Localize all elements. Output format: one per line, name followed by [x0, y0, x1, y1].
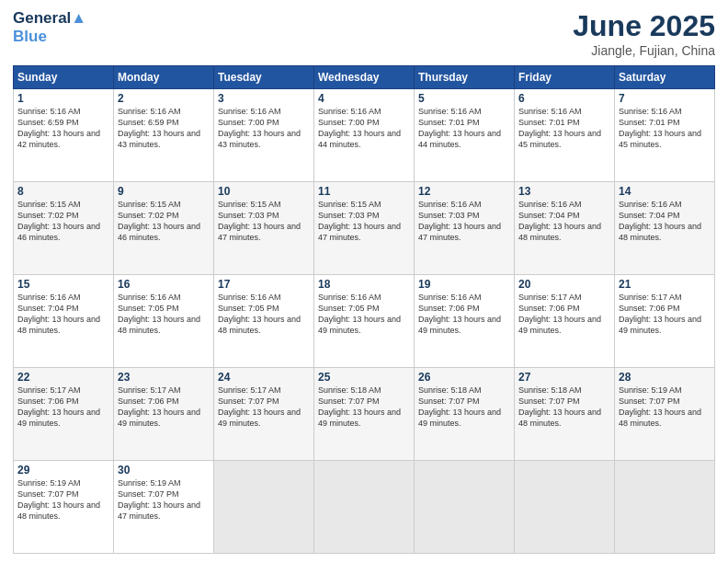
- day-number: 29: [17, 464, 109, 477]
- day-cell-3: 3Sunrise: 5:16 AMSunset: 7:00 PMDaylight…: [214, 89, 314, 182]
- day-info: Sunrise: 5:16 AMSunset: 6:59 PMDaylight:…: [17, 106, 109, 151]
- day-info: Sunrise: 5:17 AMSunset: 7:06 PMDaylight:…: [619, 292, 711, 337]
- day-cell-22: 22Sunrise: 5:17 AMSunset: 7:06 PMDayligh…: [14, 368, 114, 461]
- day-cell-5: 5Sunrise: 5:16 AMSunset: 7:01 PMDaylight…: [415, 89, 515, 182]
- day-cell-29: 29Sunrise: 5:19 AMSunset: 7:07 PMDayligh…: [14, 461, 114, 554]
- col-tuesday: Tuesday: [214, 66, 314, 89]
- empty-cell: [515, 461, 615, 554]
- day-info: Sunrise: 5:15 AMSunset: 7:02 PMDaylight:…: [118, 199, 210, 244]
- day-number: 16: [118, 278, 210, 291]
- day-number: 18: [318, 278, 410, 291]
- day-cell-21: 21Sunrise: 5:17 AMSunset: 7:06 PMDayligh…: [615, 275, 715, 368]
- day-number: 10: [218, 185, 310, 198]
- day-number: 11: [318, 185, 410, 198]
- day-number: 19: [418, 278, 510, 291]
- col-friday: Friday: [515, 66, 615, 89]
- day-info: Sunrise: 5:16 AMSunset: 6:59 PMDaylight:…: [118, 106, 210, 151]
- day-info: Sunrise: 5:17 AMSunset: 7:06 PMDaylight:…: [518, 292, 610, 337]
- day-info: Sunrise: 5:16 AMSunset: 7:04 PMDaylight:…: [518, 199, 610, 244]
- calendar-week-row: 1Sunrise: 5:16 AMSunset: 6:59 PMDaylight…: [14, 89, 715, 182]
- day-number: 2: [118, 92, 210, 105]
- day-cell-18: 18Sunrise: 5:16 AMSunset: 7:05 PMDayligh…: [314, 275, 415, 368]
- day-cell-28: 28Sunrise: 5:19 AMSunset: 7:07 PMDayligh…: [615, 368, 715, 461]
- day-cell-15: 15Sunrise: 5:16 AMSunset: 7:04 PMDayligh…: [14, 275, 114, 368]
- day-cell-6: 6Sunrise: 5:16 AMSunset: 7:01 PMDaylight…: [515, 89, 615, 182]
- day-number: 4: [318, 92, 410, 105]
- day-cell-19: 19Sunrise: 5:16 AMSunset: 7:06 PMDayligh…: [415, 275, 515, 368]
- title-block: June 2025 Jiangle, Fujian, China: [573, 9, 715, 58]
- day-info: Sunrise: 5:17 AMSunset: 7:07 PMDaylight:…: [218, 385, 310, 430]
- day-cell-7: 7Sunrise: 5:16 AMSunset: 7:01 PMDaylight…: [615, 89, 715, 182]
- calendar-week-row: 8Sunrise: 5:15 AMSunset: 7:02 PMDaylight…: [14, 182, 715, 275]
- empty-cell: [415, 461, 515, 554]
- day-number: 21: [619, 278, 711, 291]
- day-info: Sunrise: 5:16 AMSunset: 7:05 PMDaylight:…: [318, 292, 410, 337]
- day-number: 9: [118, 185, 210, 198]
- calendar-week-row: 15Sunrise: 5:16 AMSunset: 7:04 PMDayligh…: [14, 275, 715, 368]
- day-info: Sunrise: 5:18 AMSunset: 7:07 PMDaylight:…: [418, 385, 510, 430]
- day-number: 1: [17, 92, 109, 105]
- day-number: 30: [118, 464, 210, 477]
- day-number: 24: [218, 371, 310, 384]
- day-cell-16: 16Sunrise: 5:16 AMSunset: 7:05 PMDayligh…: [114, 275, 214, 368]
- col-sunday: Sunday: [14, 66, 114, 89]
- day-number: 25: [318, 371, 410, 384]
- day-info: Sunrise: 5:16 AMSunset: 7:05 PMDaylight:…: [118, 292, 210, 337]
- day-number: 28: [619, 371, 711, 384]
- day-cell-26: 26Sunrise: 5:18 AMSunset: 7:07 PMDayligh…: [415, 368, 515, 461]
- day-cell-12: 12Sunrise: 5:16 AMSunset: 7:03 PMDayligh…: [415, 182, 515, 275]
- month-title: June 2025: [573, 9, 715, 43]
- day-info: Sunrise: 5:16 AMSunset: 7:04 PMDaylight:…: [619, 199, 711, 244]
- day-cell-11: 11Sunrise: 5:15 AMSunset: 7:03 PMDayligh…: [314, 182, 415, 275]
- day-cell-14: 14Sunrise: 5:16 AMSunset: 7:04 PMDayligh…: [615, 182, 715, 275]
- day-cell-25: 25Sunrise: 5:18 AMSunset: 7:07 PMDayligh…: [314, 368, 415, 461]
- day-info: Sunrise: 5:16 AMSunset: 7:01 PMDaylight:…: [418, 106, 510, 151]
- day-number: 7: [619, 92, 711, 105]
- day-number: 20: [518, 278, 610, 291]
- day-info: Sunrise: 5:16 AMSunset: 7:03 PMDaylight:…: [418, 199, 510, 244]
- day-number: 8: [17, 185, 109, 198]
- day-number: 17: [218, 278, 310, 291]
- day-cell-20: 20Sunrise: 5:17 AMSunset: 7:06 PMDayligh…: [515, 275, 615, 368]
- day-info: Sunrise: 5:15 AMSunset: 7:03 PMDaylight:…: [318, 199, 410, 244]
- day-cell-17: 17Sunrise: 5:16 AMSunset: 7:05 PMDayligh…: [214, 275, 314, 368]
- day-number: 13: [518, 185, 610, 198]
- calendar-week-row: 29Sunrise: 5:19 AMSunset: 7:07 PMDayligh…: [14, 461, 715, 554]
- day-number: 5: [418, 92, 510, 105]
- logo: General▲Blue: [13, 9, 86, 45]
- day-info: Sunrise: 5:16 AMSunset: 7:00 PMDaylight:…: [218, 106, 310, 151]
- day-info: Sunrise: 5:19 AMSunset: 7:07 PMDaylight:…: [619, 385, 711, 430]
- day-number: 15: [17, 278, 109, 291]
- calendar-week-row: 22Sunrise: 5:17 AMSunset: 7:06 PMDayligh…: [14, 368, 715, 461]
- day-number: 6: [518, 92, 610, 105]
- day-info: Sunrise: 5:16 AMSunset: 7:00 PMDaylight:…: [318, 106, 410, 151]
- day-cell-13: 13Sunrise: 5:16 AMSunset: 7:04 PMDayligh…: [515, 182, 615, 275]
- page: General▲Blue June 2025 Jiangle, Fujian, …: [0, 0, 728, 563]
- col-monday: Monday: [114, 66, 214, 89]
- day-cell-9: 9Sunrise: 5:15 AMSunset: 7:02 PMDaylight…: [114, 182, 214, 275]
- day-number: 26: [418, 371, 510, 384]
- day-info: Sunrise: 5:16 AMSunset: 7:06 PMDaylight:…: [418, 292, 510, 337]
- day-info: Sunrise: 5:19 AMSunset: 7:07 PMDaylight:…: [17, 477, 109, 523]
- col-saturday: Saturday: [615, 66, 715, 89]
- day-info: Sunrise: 5:16 AMSunset: 7:04 PMDaylight:…: [17, 292, 109, 337]
- day-info: Sunrise: 5:17 AMSunset: 7:06 PMDaylight:…: [118, 385, 210, 430]
- day-info: Sunrise: 5:19 AMSunset: 7:07 PMDaylight:…: [118, 477, 210, 523]
- header: General▲Blue June 2025 Jiangle, Fujian, …: [13, 9, 715, 58]
- location: Jiangle, Fujian, China: [573, 43, 715, 58]
- day-cell-10: 10Sunrise: 5:15 AMSunset: 7:03 PMDayligh…: [214, 182, 314, 275]
- day-info: Sunrise: 5:15 AMSunset: 7:03 PMDaylight:…: [218, 199, 310, 244]
- day-info: Sunrise: 5:18 AMSunset: 7:07 PMDaylight:…: [318, 385, 410, 430]
- logo-text: General▲Blue: [13, 9, 86, 45]
- day-cell-23: 23Sunrise: 5:17 AMSunset: 7:06 PMDayligh…: [114, 368, 214, 461]
- calendar-header-row: Sunday Monday Tuesday Wednesday Thursday…: [14, 66, 715, 89]
- day-info: Sunrise: 5:17 AMSunset: 7:06 PMDaylight:…: [17, 385, 109, 430]
- day-number: 22: [17, 371, 109, 384]
- day-info: Sunrise: 5:15 AMSunset: 7:02 PMDaylight:…: [17, 199, 109, 244]
- day-cell-8: 8Sunrise: 5:15 AMSunset: 7:02 PMDaylight…: [14, 182, 114, 275]
- day-number: 27: [518, 371, 610, 384]
- col-thursday: Thursday: [415, 66, 515, 89]
- day-number: 23: [118, 371, 210, 384]
- day-info: Sunrise: 5:16 AMSunset: 7:01 PMDaylight:…: [619, 106, 711, 151]
- day-cell-1: 1Sunrise: 5:16 AMSunset: 6:59 PMDaylight…: [14, 89, 114, 182]
